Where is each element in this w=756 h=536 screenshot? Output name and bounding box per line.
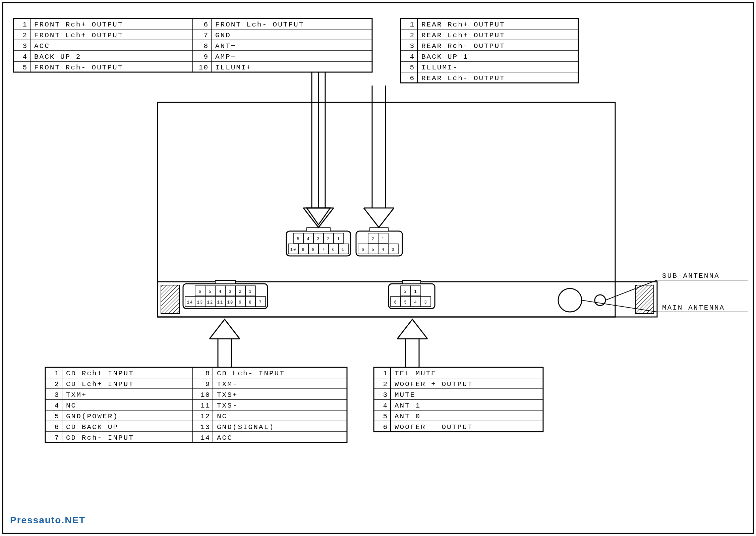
pin-label: ANT 0 [395, 413, 421, 420]
connector-pin: 1 [337, 237, 340, 242]
connector-pin: 3 [424, 300, 427, 305]
pin-number: 1 [54, 370, 59, 377]
pin-label: BACK UP 2 [34, 53, 81, 61]
pin-number: 6 [203, 21, 209, 29]
pin-number: 6 [54, 423, 59, 431]
svg-rect-1 [158, 102, 615, 317]
pin-label: CD Lch+ INPUT [66, 380, 134, 388]
svg-rect-47 [402, 280, 421, 284]
connector-pin: 14 [187, 300, 193, 305]
connector-pin: 2 [239, 289, 242, 294]
sub-antenna-label: SUB ANTENNA [662, 272, 720, 280]
svg-rect-10 [307, 228, 330, 231]
pin-label: TXS+ [217, 391, 238, 399]
connector-pin: 5 [342, 248, 345, 252]
pin-number: 14 [200, 434, 210, 442]
connector-pin: 9 [302, 248, 305, 252]
pin-label: FRONT Rch+ OUTPUT [34, 21, 123, 29]
connector-pin: 5 [371, 248, 374, 252]
connector-pin: 12 [207, 300, 213, 305]
main-antenna-jack [558, 288, 582, 312]
pin-number: 1 [22, 21, 27, 29]
pin-number: 2 [54, 380, 59, 388]
pin-label: CD Lch- INPUT [217, 370, 285, 377]
connector-pin: 4 [219, 289, 222, 294]
pin-label: BACK UP 1 [421, 53, 468, 61]
pin-number: 6 [410, 74, 415, 82]
watermark: Pressauto.NET [10, 515, 85, 525]
pin-label: ILLUMI+ [215, 64, 252, 71]
pin-label: REAR Lch- OUTPUT [421, 74, 505, 82]
connector-top-left: 54321 1098765 [286, 228, 351, 256]
pin-label: ACC [217, 434, 233, 442]
pin-label: TXS- [217, 402, 238, 410]
pin-label: NC [217, 413, 227, 420]
connector-pin: 9 [239, 300, 242, 305]
pin-label: GND(SIGNAL) [217, 423, 275, 431]
connector-pin: 8 [249, 300, 252, 305]
pin-number: 10 [200, 391, 210, 399]
antenna-labels: SUB ANTENNA MAIN ANTENNA [582, 272, 748, 312]
connector-pin: 6 [198, 289, 201, 294]
head-unit [158, 102, 657, 317]
pin-label: CD Rch- INPUT [66, 434, 134, 442]
pin-number: 3 [410, 42, 415, 50]
connector-pin: 2 [371, 237, 374, 242]
connector-pin: 4 [307, 237, 310, 242]
pin-number: 4 [54, 402, 59, 410]
pin-number: 5 [383, 413, 388, 420]
pin-label: ANT 1 [395, 402, 421, 410]
pin-label: AMP+ [215, 53, 236, 61]
pin-label: WOOFER - OUTPUT [395, 423, 473, 431]
pin-label: CD BACK UP [66, 423, 118, 431]
pin-label: FRONT Lch+ OUTPUT [34, 32, 123, 39]
svg-rect-4 [635, 285, 654, 314]
pin-number: 7 [54, 434, 59, 442]
connector-pin: 2 [327, 237, 330, 242]
pin-number: 7 [203, 32, 209, 39]
pin-number: 1 [410, 21, 415, 29]
pin-number: 6 [383, 423, 388, 431]
pin-number: 4 [383, 402, 388, 410]
pin-number: 8 [205, 370, 210, 377]
pin-label: GND [215, 32, 231, 39]
connector-pin: 6 [394, 300, 397, 305]
connector-pin: 3 [392, 248, 395, 252]
connector-pin: 5 [297, 237, 300, 242]
connector-top-right: 21 6543 [356, 228, 402, 256]
pin-number: 9 [203, 53, 209, 61]
pin-label: TXM+ [66, 391, 87, 399]
pin-number: 2 [22, 32, 27, 39]
pin-number: 3 [54, 391, 59, 399]
pin-number: 5 [22, 64, 27, 71]
pin-label: GND(POWER) [66, 413, 118, 420]
pin-number: 11 [200, 402, 210, 410]
connector-pin: 2 [404, 289, 407, 294]
connector-pin: 10 [227, 300, 233, 305]
svg-rect-3 [161, 285, 179, 314]
pin-label: WOOFER + OUTPUT [395, 380, 473, 388]
connector-pin: 7 [259, 300, 262, 305]
connector-pin: 6 [332, 248, 335, 252]
pin-label: REAR Rch- OUTPUT [421, 42, 505, 50]
pin-label: REAR Rch+ OUTPUT [421, 21, 505, 29]
pin-number: 2 [410, 32, 415, 39]
connector-pin: 5 [209, 289, 212, 294]
pin-label: FRONT Rch- OUTPUT [34, 64, 123, 71]
connector-bottom-right: 21 6543 [389, 280, 435, 309]
connector-pin: 13 [197, 300, 203, 305]
main-antenna-label: MAIN ANTENNA [662, 304, 725, 312]
pin-number: 10 [199, 64, 209, 71]
svg-rect-69 [45, 367, 347, 442]
connector-pin: 10 [290, 248, 296, 252]
pin-number: 2 [383, 380, 388, 388]
pin-number: 3 [383, 391, 388, 399]
connector-pin: 3 [229, 289, 232, 294]
connector-pin: 7 [322, 248, 325, 252]
pin-number: 4 [22, 53, 27, 61]
pin-table-bottom-right: 1TEL MUTE2WOOFER + OUTPUT3MUTE4ANT 15ANT… [374, 367, 543, 432]
pin-table-top-right: 1REAR Rch+ OUTPUT2REAR Lch+ OUTPUT3REAR … [401, 18, 578, 83]
pin-number: 13 [200, 423, 210, 431]
pin-label: NC [66, 402, 76, 410]
pin-number: 8 [203, 42, 209, 50]
